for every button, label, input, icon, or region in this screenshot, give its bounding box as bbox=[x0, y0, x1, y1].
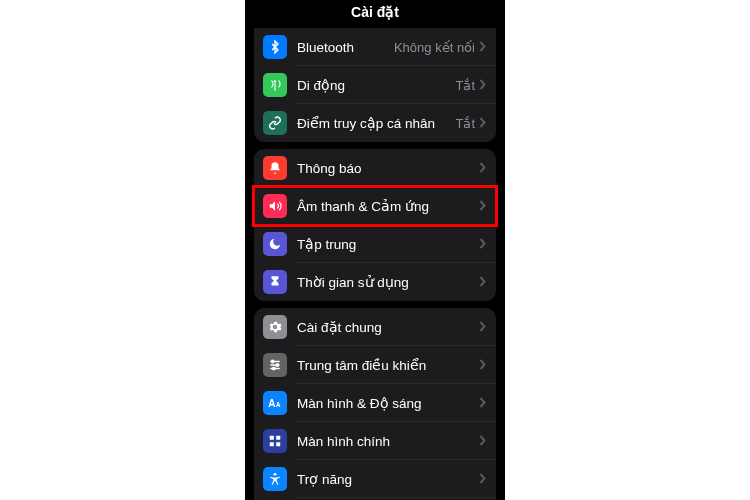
settings-row-homescreen[interactable]: Màn hình chính bbox=[254, 422, 496, 460]
chevron-right-icon bbox=[479, 235, 486, 253]
svg-point-3 bbox=[276, 364, 278, 366]
row-label: Bluetooth bbox=[297, 40, 394, 55]
settings-group: Thông báoÂm thanh & Cảm ứngTập trungThời… bbox=[254, 149, 496, 301]
svg-text:A: A bbox=[276, 401, 281, 408]
chevron-right-icon bbox=[479, 197, 486, 215]
antenna-icon bbox=[263, 73, 287, 97]
svg-point-11 bbox=[274, 473, 277, 476]
row-label: Thông báo bbox=[297, 161, 479, 176]
settings-group: Cài đặt chungTrung tâm điều khiểnAAMàn h… bbox=[254, 308, 496, 500]
row-label: Trợ năng bbox=[297, 471, 479, 487]
row-value: Tắt bbox=[455, 78, 475, 93]
row-label: Di động bbox=[297, 77, 455, 93]
settings-row-notifications[interactable]: Thông báo bbox=[254, 149, 496, 187]
settings-screen: Cài đặt BluetoothKhông kết nốiDi độngTắt… bbox=[245, 0, 505, 500]
settings-row-screentime[interactable]: Thời gian sử dụng bbox=[254, 263, 496, 301]
svg-point-1 bbox=[274, 80, 276, 82]
text-size-icon: AA bbox=[263, 391, 287, 415]
svg-rect-10 bbox=[276, 442, 280, 446]
row-label: Âm thanh & Cảm ứng bbox=[297, 198, 479, 214]
svg-text:A: A bbox=[268, 398, 275, 409]
svg-point-2 bbox=[272, 360, 274, 362]
grid-icon bbox=[263, 429, 287, 453]
settings-row-accessibility[interactable]: Trợ năng bbox=[254, 460, 496, 498]
settings-row-bluetooth[interactable]: BluetoothKhông kết nối bbox=[254, 28, 496, 66]
svg-point-4 bbox=[273, 367, 275, 369]
hourglass-icon bbox=[263, 270, 287, 294]
svg-rect-0 bbox=[274, 83, 275, 91]
settings-row-controlcenter[interactable]: Trung tâm điều khiển bbox=[254, 346, 496, 384]
chevron-right-icon bbox=[479, 394, 486, 412]
chevron-right-icon bbox=[479, 273, 486, 291]
svg-rect-9 bbox=[270, 442, 274, 446]
settings-row-cellular[interactable]: Di độngTắt bbox=[254, 66, 496, 104]
row-value: Tắt bbox=[455, 116, 475, 131]
settings-row-display[interactable]: AAMàn hình & Độ sáng bbox=[254, 384, 496, 422]
speaker-icon bbox=[263, 194, 287, 218]
chevron-right-icon bbox=[479, 432, 486, 450]
settings-group: BluetoothKhông kết nốiDi độngTắtĐiểm tru… bbox=[254, 28, 496, 142]
chevron-right-icon bbox=[479, 318, 486, 336]
row-value: Không kết nối bbox=[394, 40, 475, 55]
row-label: Cài đặt chung bbox=[297, 319, 479, 335]
bell-icon bbox=[263, 156, 287, 180]
row-label: Điểm truy cập cá nhân bbox=[297, 115, 455, 131]
chevron-right-icon bbox=[479, 470, 486, 488]
chevron-right-icon bbox=[479, 38, 486, 56]
settings-row-hotspot[interactable]: Điểm truy cập cá nhânTắt bbox=[254, 104, 496, 142]
accessibility-icon bbox=[263, 467, 287, 491]
settings-row-focus[interactable]: Tập trung bbox=[254, 225, 496, 263]
row-label: Màn hình chính bbox=[297, 434, 479, 449]
svg-rect-8 bbox=[276, 436, 280, 440]
settings-row-sounds[interactable]: Âm thanh & Cảm ứng bbox=[254, 187, 496, 225]
row-label: Trung tâm điều khiển bbox=[297, 357, 479, 373]
row-label: Thời gian sử dụng bbox=[297, 274, 479, 290]
chevron-right-icon bbox=[479, 356, 486, 374]
chevron-right-icon bbox=[479, 76, 486, 94]
row-label: Màn hình & Độ sáng bbox=[297, 395, 479, 411]
page-title: Cài đặt bbox=[245, 0, 505, 26]
moon-icon bbox=[263, 232, 287, 256]
svg-rect-7 bbox=[270, 436, 274, 440]
gear-icon bbox=[263, 315, 287, 339]
chevron-right-icon bbox=[479, 159, 486, 177]
link-icon bbox=[263, 111, 287, 135]
chevron-right-icon bbox=[479, 114, 486, 132]
row-label: Tập trung bbox=[297, 236, 479, 252]
sliders-icon bbox=[263, 353, 287, 377]
bluetooth-icon bbox=[263, 35, 287, 59]
settings-row-general[interactable]: Cài đặt chung bbox=[254, 308, 496, 346]
